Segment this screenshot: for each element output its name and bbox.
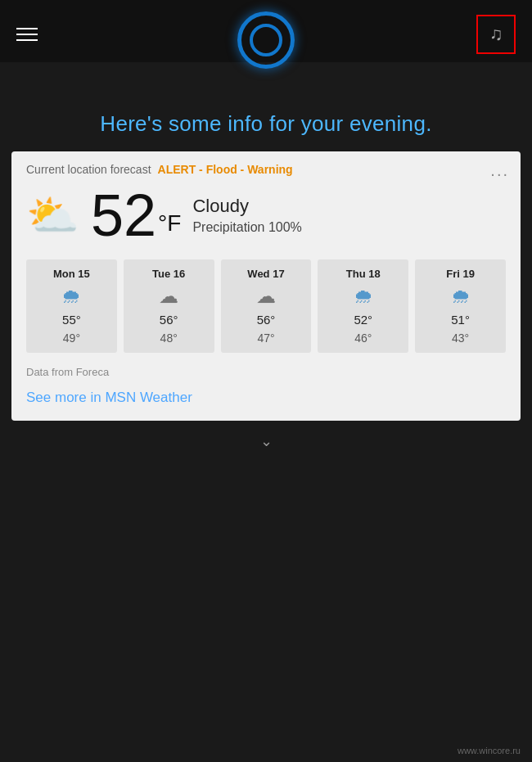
alert-text: ALERT - Flood - Warning (158, 163, 293, 176)
menu-button[interactable] (16, 28, 38, 41)
forecast-row: Mon 15 🌧 55° 49° Tue 16 ☁ 56° 48° Wed 17… (26, 259, 506, 353)
forecast-low-temp: 46° (354, 331, 372, 345)
forecast-day: Mon 15 🌧 55° 49° (26, 259, 117, 353)
forecast-low-temp: 48° (160, 331, 178, 345)
forecast-weather-icon: 🌧 (451, 285, 471, 308)
scroll-chevron: ⌄ (0, 432, 532, 450)
watermark: www.wincore.ru (458, 746, 521, 755)
cortana-logo (237, 11, 295, 69)
forecast-weather-icon: 🌧 (61, 285, 81, 308)
forecast-day: Tue 16 ☁ 56° 48° (124, 259, 214, 353)
precipitation-text: Precipitation 100% (192, 220, 301, 235)
forecast-day: Fri 19 🌧 51° 43° (415, 259, 506, 353)
forecast-day-label: Tue 16 (152, 268, 185, 280)
condition-info: Cloudy Precipitation 100% (192, 196, 301, 235)
music-button[interactable]: ♫ (476, 15, 516, 54)
data-source-text: Data from Foreca (26, 366, 506, 378)
forecast-weather-icon: ☁ (256, 285, 276, 308)
app-header: ♫ (0, 0, 532, 62)
forecast-day-label: Wed 17 (247, 268, 284, 280)
forecast-high-temp: 55° (62, 313, 81, 327)
temperature-value: 52 (91, 183, 156, 248)
forecast-high-temp: 56° (160, 313, 178, 327)
card-options-button[interactable]: ... (490, 161, 509, 180)
temperature-unit: °F (158, 210, 181, 236)
current-weather-icon: ⛅ (26, 194, 79, 237)
forecast-day-label: Mon 15 (53, 268, 90, 280)
location-label: Current location forecast (26, 163, 151, 176)
forecast-low-temp: 47° (257, 331, 274, 345)
forecast-high-temp: 56° (257, 313, 276, 327)
forecast-day-label: Fri 19 (446, 268, 475, 280)
weather-card: ... Current location forecast ALERT - Fl… (11, 151, 521, 421)
forecast-low-temp: 49° (63, 331, 80, 345)
forecast-weather-icon: ☁ (159, 285, 178, 308)
condition-description: Cloudy (192, 196, 301, 217)
forecast-low-temp: 43° (452, 331, 469, 345)
forecast-day: Thu 18 🌧 52° 46° (318, 259, 408, 353)
forecast-day-label: Thu 18 (346, 268, 381, 280)
forecast-day: Wed 17 ☁ 56° 47° (221, 259, 312, 353)
location-row: Current location forecast ALERT - Flood … (26, 163, 506, 176)
music-icon: ♫ (489, 24, 503, 45)
current-weather: ⛅ 52°F Cloudy Precipitation 100% (26, 186, 506, 245)
see-more-link[interactable]: See more in MSN Weather (26, 390, 192, 405)
greeting-text: Here's some info for your evening. (0, 111, 532, 151)
forecast-weather-icon: 🌧 (354, 285, 373, 308)
forecast-high-temp: 51° (451, 313, 470, 327)
forecast-high-temp: 52° (354, 313, 372, 327)
temperature-display: 52°F (91, 186, 181, 245)
